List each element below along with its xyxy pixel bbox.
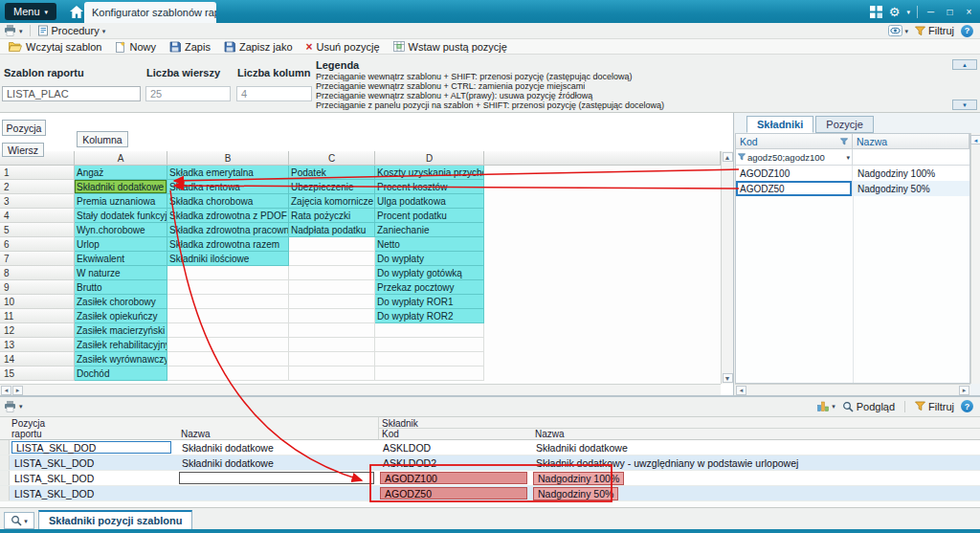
kod-column-header[interactable]: Kod [736,134,853,149]
zoom-button[interactable]: ▾ [4,512,34,529]
grid-cell[interactable]: Zasiłek rehabilitacyjny [75,338,167,352]
grid-cell[interactable]: Do wypłaty gotówką [375,266,484,280]
pozycja-tag[interactable]: Pozycja [2,120,46,136]
pozycja-nazwa-cell[interactable]: Składniki dodatkowe [177,455,378,470]
procedury-dropdown[interactable]: Procedury ▾ [37,25,106,36]
grid-cell[interactable]: Do wypłaty ROR1 [375,295,484,309]
grid-cell[interactable] [289,280,375,295]
view-options-button[interactable]: ▾ [888,25,909,36]
nazwa-column-header[interactable]: Nazwa [853,134,969,149]
collapse-panel-button[interactable]: ◂ [970,135,980,144]
nazwa-filter-cell[interactable] [853,149,969,165]
chart-button[interactable]: ▾ [817,401,835,411]
skladnik-kod-cell[interactable]: AGODZ100 [380,472,527,484]
grid-cell[interactable] [289,266,375,280]
grid-cell[interactable]: Ulga podatkowa [375,194,484,209]
filter-button[interactable]: Filtruj [915,25,954,36]
grid-cell[interactable]: Premia uznaniowa [75,194,167,209]
skladnik-nazwa-cell[interactable]: Składniki dodatkowe [531,440,980,455]
close-button[interactable]: × [963,7,975,17]
pozycja-raportu-cell[interactable]: LISTA_SKL_DOD [10,455,177,470]
grid-cell[interactable]: Składka zdrowotna pracownika [167,223,289,237]
scroll-down-button[interactable]: ▼ [723,373,733,383]
kolumna-tag[interactable]: Kolumna [77,131,128,147]
chevron-down-icon[interactable]: ▾ [906,9,910,15]
save-as-button[interactable]: Zapisz jako [218,40,299,54]
liczba-wierszy-input[interactable]: 25 [145,86,231,101]
grid-column-header-d[interactable]: D [375,151,484,166]
grid-cell[interactable]: Do wypłaty [375,252,484,266]
grid-vertical-scrollbar[interactable]: ▲ ▼ [721,151,733,384]
bottom-row[interactable]: LISTA_SKL_DODAGODZ100Nadgodziny 100% [0,471,980,486]
insert-empty-position-button[interactable]: Wstaw pustą pozycję [388,40,513,54]
grid-cell[interactable]: Przekaz pocztowy [375,280,484,295]
load-template-button[interactable]: Wczytaj szablon [3,40,107,54]
scroll-right-button[interactable]: ▸ [959,386,969,395]
grid-cell[interactable] [167,366,289,381]
grid-cell[interactable] [167,280,289,295]
pozycja-raportu-cell[interactable]: LISTA_SKL_DOD [10,471,177,485]
pozycja-nazwa-cell[interactable]: Składniki dodatkowe [177,440,378,455]
scroll-up-button[interactable]: ▲ [723,152,733,162]
grid-cell[interactable]: Brutto [75,280,167,295]
grid-cell[interactable] [289,338,375,352]
pozycja-raportu-cell[interactable]: LISTA_SKL_DOD [10,486,177,500]
grid-cell[interactable]: Zasiłek opiekuńczy [75,309,167,323]
grid-cell[interactable] [375,338,484,352]
bottom-row[interactable]: LISTA_SKL_DODSkładniki dodatkoweASKLDODS… [0,440,980,455]
home-button[interactable] [70,6,83,18]
preview-button[interactable]: Podgląd [842,401,895,412]
grid-cell[interactable]: Zasiłek chorobowy [75,295,167,309]
grid-cell[interactable]: Wyn.chorobowe [75,223,167,237]
grid-cell[interactable]: Nadpłata podatku [289,223,375,237]
tab-skladniki[interactable]: Składniki [746,116,813,133]
liczba-kolumn-input[interactable]: 4 [236,86,312,101]
collapse-down-button[interactable]: ▼ [952,100,977,110]
grid-cell[interactable] [375,352,484,366]
maximize-button[interactable]: □ [944,7,956,17]
grid-cell[interactable] [167,295,289,309]
grid-column-header-c[interactable]: C [289,151,375,166]
grid-cell[interactable]: Do wypłaty ROR2 [375,309,484,323]
help-button[interactable]: ? [961,400,973,412]
grid-cell[interactable]: Ubezpieczenie [289,180,375,194]
skladnik-nazwa-cell[interactable]: Nadgodziny 100% [853,166,969,181]
grid-cell[interactable]: Urlop [75,237,167,252]
skladnik-nazwa-cell[interactable]: Składnik dodatkowy - uwzględniany w pods… [531,455,980,470]
scroll-left-button[interactable]: ◂ [1,386,11,395]
kod-filter-combo[interactable]: agodz50;agodz100 ▾ [736,149,853,165]
pozycja-nazwa-cell[interactable] [177,486,378,500]
grid-cell[interactable] [289,295,375,309]
grid-cell[interactable] [375,323,484,338]
grid-cell[interactable]: Składka rentowa [167,180,289,194]
apps-grid-icon[interactable] [870,6,882,18]
grid-cell[interactable]: Składka emerytalna [167,166,289,180]
grid-cell[interactable] [167,309,289,323]
tab-skladniki-pozycji-szablonu[interactable]: Składniki pozycji szablonu [38,510,192,530]
grid-column-header-a[interactable]: A [75,151,167,166]
new-button[interactable]: Nowy [109,40,162,54]
grid-horizontal-scrollbar[interactable]: ◂ ▸ [0,384,721,395]
grid-cell[interactable] [289,309,375,323]
grid-cell[interactable]: Zasiłek wyrównawczy [75,352,167,366]
szablon-raportu-input[interactable]: LISTA_PLAC [2,86,141,101]
grid-cell[interactable] [289,252,375,266]
row-selector[interactable] [0,455,10,470]
grid-cell[interactable]: Ekwiwalent [75,252,167,266]
skladniki-vertical-scrollbar[interactable]: ◂ [970,133,980,384]
tab-pozycje[interactable]: Pozycje [815,116,874,133]
skladnik-nazwa-cell[interactable]: Nadgodziny 50% [531,486,980,500]
grid-cell[interactable] [289,237,375,252]
grid-cell[interactable] [167,266,289,280]
grid-cell[interactable] [289,323,375,338]
skladnik-kod-cell[interactable]: AGODZ100 [736,166,853,181]
bottom-row[interactable]: LISTA_SKL_DODAGODZ50Nadgodziny 50% [0,486,980,501]
print-button[interactable]: ▾ [4,25,23,36]
grid-cell[interactable] [167,338,289,352]
delete-position-button[interactable]: × Usuń pozycję [301,40,386,54]
grid-cell[interactable]: Składka chorobowa [167,194,289,209]
skladnik-row[interactable]: AGODZ50Nadgodziny 50% [736,181,969,196]
scroll-right-button[interactable]: ▸ [12,386,23,395]
skladnik-nazwa-cell[interactable]: Nadgodziny 50% [853,181,969,196]
grid-cell[interactable]: Zajęcia komornicze [289,194,375,209]
